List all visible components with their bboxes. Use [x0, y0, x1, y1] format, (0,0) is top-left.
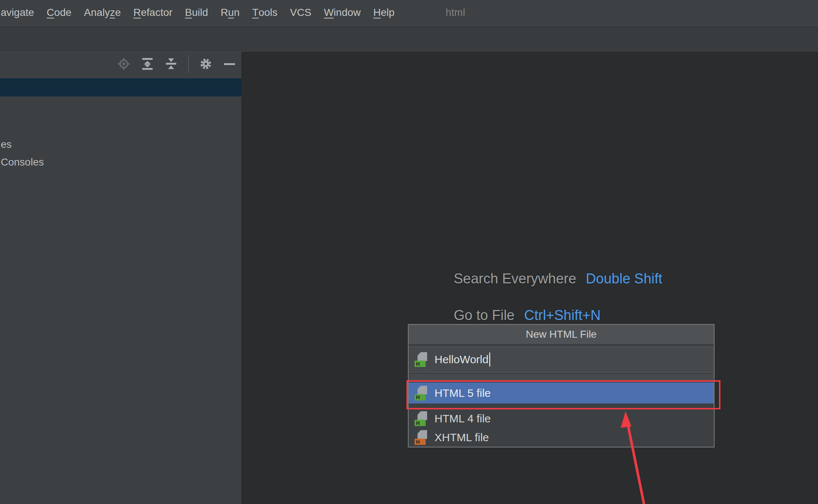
- locate-icon: [117, 58, 130, 70]
- list-item-html4-file[interactable]: H HTML 4 file: [409, 409, 714, 428]
- html-file-icon: H: [415, 411, 428, 426]
- collapse-all-icon: [165, 57, 177, 71]
- ide-window: avigateCodeAnalyzeRefactorBuildRunToolsV…: [0, 0, 818, 504]
- main-toolbar-strip: [0, 25, 818, 52]
- list-item-label: HTML 4 file: [434, 412, 491, 425]
- menu-item-analyze[interactable]: Analyze: [78, 0, 127, 25]
- xhtml-file-icon: H: [415, 430, 428, 445]
- expand-all-button[interactable]: [141, 57, 154, 71]
- menu-item-tools[interactable]: Tools: [246, 0, 284, 25]
- hide-panel-button[interactable]: [223, 57, 236, 71]
- settings-button[interactable]: [199, 57, 212, 71]
- locate-button[interactable]: [117, 57, 130, 71]
- toolbar-divider: [188, 55, 189, 73]
- annotation-highlight-box: [406, 380, 720, 409]
- hint-shortcut: Double Shift: [586, 271, 662, 286]
- menu-item-refactor[interactable]: Refactor: [127, 0, 179, 25]
- menu-bar: avigateCodeAnalyzeRefactorBuildRunToolsV…: [0, 0, 818, 25]
- html-file-icon-letter: H: [415, 361, 426, 367]
- menu-item-vcs[interactable]: VCS: [284, 0, 318, 25]
- project-panel-toolbar: [0, 52, 241, 76]
- expand-all-icon: [141, 57, 154, 71]
- gear-icon: [199, 57, 212, 71]
- filename-input[interactable]: H HelloWorld: [409, 347, 714, 372]
- html-file-icon: H: [415, 352, 428, 367]
- tree-item-label: Consoles: [1, 156, 44, 168]
- collapse-all-button[interactable]: [164, 57, 178, 71]
- hint-go-to-file: Go to FileCtrl+Shift+N: [454, 307, 601, 323]
- tree-selected-row[interactable]: [0, 78, 241, 96]
- menu-item-build[interactable]: Build: [179, 0, 214, 25]
- input-caret: [489, 353, 490, 367]
- tree-item-label: es: [1, 139, 12, 150]
- list-item-xhtml-file[interactable]: H XHTML file: [409, 428, 714, 447]
- hint-label: Search Everywhere: [454, 271, 576, 286]
- hint-search-everywhere: Search EverywhereDouble Shift: [454, 271, 662, 287]
- list-top-strip: [409, 374, 714, 380]
- project-panel: es Consoles: [0, 52, 241, 504]
- dialog-title: New HTML File: [409, 325, 714, 344]
- menu-item-run[interactable]: Run: [214, 0, 246, 25]
- tree-item-truncated[interactable]: es: [0, 136, 12, 153]
- menu-item-window[interactable]: Window: [318, 0, 367, 25]
- menu-item-code[interactable]: Code: [40, 0, 78, 25]
- menu-item-help[interactable]: Help: [367, 0, 401, 25]
- menu-item-navigate[interactable]: avigate: [0, 0, 40, 25]
- minimize-icon: [223, 58, 236, 70]
- window-title: html: [446, 0, 465, 25]
- hint-label: Go to File: [454, 307, 515, 323]
- list-item-label: XHTML file: [434, 431, 489, 444]
- tree-item-consoles[interactable]: Consoles: [0, 153, 44, 171]
- filename-value: HelloWorld: [434, 353, 488, 366]
- hint-shortcut: Ctrl+Shift+N: [524, 307, 601, 323]
